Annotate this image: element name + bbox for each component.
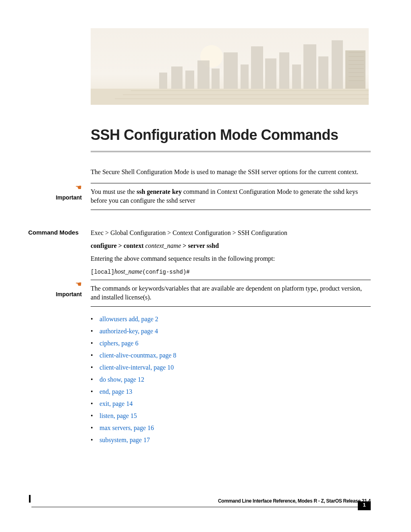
list-item: •ciphers, page 6 xyxy=(91,340,371,347)
page-number: 1 xyxy=(358,501,371,508)
toc-link-client-alive-countmax[interactable]: client-alive-countmax, page 8 xyxy=(100,352,176,359)
page-footer: I Command Line Interface Reference, Mode… xyxy=(28,493,371,508)
pointing-hand-icon: ☛ xyxy=(75,183,82,192)
toc-list: •allowusers add, page 2 •authorized-key,… xyxy=(91,316,371,444)
toc-link-authorized-key[interactable]: authorized-key, page 4 xyxy=(100,328,158,335)
bullet: • xyxy=(91,436,100,444)
toc-link-client-alive-interval[interactable]: client-alive-interval, page 10 xyxy=(100,364,174,371)
note-body: You must use the ssh generate key comman… xyxy=(91,183,371,210)
note-text: The commands or keywords/variables that … xyxy=(91,284,371,301)
svg-rect-8 xyxy=(241,64,249,89)
svg-rect-15 xyxy=(332,40,343,89)
note-label-column: ☛ Important xyxy=(28,280,91,297)
breadcrumb: Exec > Global Configuration > Context Co… xyxy=(91,228,371,238)
chapter-title: SSH Configuration Mode Commands xyxy=(91,127,371,143)
bullet: • xyxy=(91,340,100,347)
toc-link-max-servers[interactable]: max servers, page 16 xyxy=(100,424,154,431)
note-label-column: ☛ Important xyxy=(28,183,91,201)
bullet: • xyxy=(91,328,100,335)
important-note-2: ☛ Important The commands or keywords/var… xyxy=(28,280,371,307)
pointing-hand-icon: ☛ xyxy=(75,280,82,289)
list-item: •client-alive-countmax, page 8 xyxy=(91,352,371,359)
toc-link-exit[interactable]: exit, page 14 xyxy=(100,400,133,407)
svg-rect-5 xyxy=(197,60,210,89)
cityscape-illustration xyxy=(91,28,369,105)
toc-link-allowusers[interactable]: allowusers add, page 2 xyxy=(100,316,158,322)
footer-rule: 1 xyxy=(31,506,371,508)
svg-rect-9 xyxy=(251,46,263,89)
note-bottom-rule xyxy=(91,210,371,210)
toc-link-subsystem[interactable]: subsystem, page 17 xyxy=(100,436,150,443)
bullet: • xyxy=(91,400,100,407)
svg-rect-25 xyxy=(91,89,369,105)
svg-rect-13 xyxy=(303,44,316,89)
svg-rect-10 xyxy=(265,58,276,89)
oldoc-mark: I xyxy=(28,493,31,508)
svg-rect-11 xyxy=(279,52,289,89)
list-item: •do show, page 12 xyxy=(91,376,371,383)
note1-bold: ssh generate key xyxy=(137,188,182,195)
toc-link-ciphers[interactable]: ciphers, page 6 xyxy=(100,340,138,347)
config-command: configure > context context_name > serve… xyxy=(91,241,371,251)
list-item: •listen, page 15 xyxy=(91,412,371,420)
list-item: •allowusers add, page 2 xyxy=(91,316,371,323)
important-label: Important xyxy=(28,194,82,201)
note-top-rule xyxy=(91,183,371,183)
toc-link-do-show[interactable]: do show, page 12 xyxy=(100,376,144,383)
command-modes-section: Command Modes Exec > Global Configuratio… xyxy=(28,228,371,276)
toc-link-listen[interactable]: listen, page 15 xyxy=(100,412,137,419)
prompt-host: host_name xyxy=(114,268,142,275)
svg-rect-3 xyxy=(171,66,183,89)
footer-right: Command Line Interface Reference, Modes … xyxy=(31,498,371,508)
svg-rect-14 xyxy=(318,56,328,89)
svg-rect-2 xyxy=(159,73,167,89)
prompt-example: [local]host_name(config-sshd)# xyxy=(91,267,371,276)
bullet: • xyxy=(91,364,100,371)
intro-paragraph: The Secure Shell Configuration Mode is u… xyxy=(91,168,371,176)
list-item: •client-alive-interval, page 10 xyxy=(91,364,371,371)
svg-rect-16 xyxy=(345,50,365,89)
svg-rect-7 xyxy=(224,52,238,89)
prompt-tail: (config-sshd)# xyxy=(142,269,190,275)
note-top-rule xyxy=(91,280,371,280)
cfg-suffix: > server sshd xyxy=(181,242,219,249)
important-note-1: ☛ Important You must use the ssh generat… xyxy=(28,183,371,210)
footer-doc-title: Command Line Interface Reference, Modes … xyxy=(31,498,371,504)
page-content: SSH Configuration Mode Commands The Secu… xyxy=(0,0,411,444)
title-underline xyxy=(91,151,371,152)
important-label: Important xyxy=(28,291,82,297)
command-modes-body: Exec > Global Configuration > Context Co… xyxy=(91,228,371,276)
cfg-var: context_name xyxy=(145,242,181,249)
bullet: • xyxy=(91,316,100,323)
command-modes-label: Command Modes xyxy=(28,228,91,236)
bullet: • xyxy=(91,388,100,395)
note1-prefix: You must use the xyxy=(91,188,137,195)
svg-rect-6 xyxy=(212,69,220,89)
prompt-local: [local] xyxy=(91,269,114,275)
note-bottom-rule xyxy=(91,306,371,307)
bullet: • xyxy=(91,352,100,359)
list-item: •end, page 13 xyxy=(91,388,371,395)
prompt-intro: Entering the above command sequence resu… xyxy=(91,254,371,264)
cfg-prefix: configure > context xyxy=(91,242,145,249)
bullet: • xyxy=(91,376,100,383)
list-item: •max servers, page 16 xyxy=(91,424,371,432)
banner-image xyxy=(91,28,371,106)
bullet: • xyxy=(91,412,100,420)
list-item: •authorized-key, page 4 xyxy=(91,328,371,335)
note-text: You must use the ssh generate key comman… xyxy=(91,187,371,205)
bullet: • xyxy=(91,424,100,432)
svg-rect-12 xyxy=(292,64,301,89)
svg-rect-4 xyxy=(185,71,194,89)
list-item: •subsystem, page 17 xyxy=(91,436,371,444)
list-item: •exit, page 14 xyxy=(91,400,371,407)
toc-link-end[interactable]: end, page 13 xyxy=(100,388,132,395)
note-body: The commands or keywords/variables that … xyxy=(91,280,371,307)
